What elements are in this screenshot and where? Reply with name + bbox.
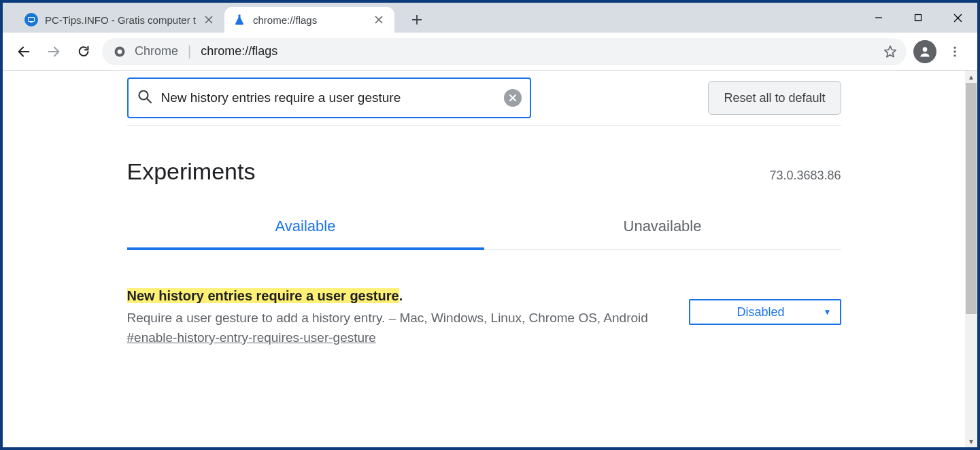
tab-unavailable[interactable]: Unavailable xyxy=(484,218,841,249)
tab-title: PC-Tips.INFO - Gratis computer t xyxy=(45,14,196,26)
search-row: Reset all to default xyxy=(127,71,841,126)
tab-available[interactable]: Available xyxy=(127,218,484,250)
svg-point-4 xyxy=(118,49,122,54)
tab-pc-tips[interactable]: PC-Tips.INFO - Gratis computer t xyxy=(16,7,224,33)
back-button[interactable] xyxy=(12,40,35,63)
flag-text: New history entries require a user gestu… xyxy=(127,288,662,345)
chrome-version: 73.0.3683.86 xyxy=(769,169,841,183)
reload-button[interactable] xyxy=(72,40,95,63)
flag-tabs: Available Unavailable xyxy=(127,218,841,250)
page: Reset all to default Experiments 73.0.36… xyxy=(3,71,965,447)
svg-point-6 xyxy=(953,46,956,48)
scrollbar-thumb[interactable] xyxy=(966,83,977,314)
chevron-down-icon: ▼ xyxy=(824,307,832,317)
tab-strip: PC-Tips.INFO - Gratis computer t chrome:… xyxy=(3,3,977,33)
toolbar: Chrome | chrome://flags xyxy=(3,33,977,71)
tab-chrome-flags[interactable]: chrome://flags xyxy=(224,7,394,33)
flag-title: New history entries require a user gestu… xyxy=(127,288,662,304)
kebab-menu-button[interactable] xyxy=(943,40,966,63)
omnibox-path: chrome://flags xyxy=(201,44,277,58)
new-tab-button[interactable] xyxy=(405,8,428,31)
minimize-button[interactable] xyxy=(859,3,898,33)
flask-icon xyxy=(233,13,246,27)
svg-rect-2 xyxy=(915,15,922,21)
flag-state-value: Disabled xyxy=(698,305,824,319)
flag-title-suffix: . xyxy=(399,288,403,303)
scroll-up-arrow[interactable]: ▲ xyxy=(965,71,977,83)
reset-all-button[interactable]: Reset all to default xyxy=(708,81,841,115)
chrome-window: PC-Tips.INFO - Gratis computer t chrome:… xyxy=(3,3,977,447)
heading-row: Experiments 73.0.3683.86 xyxy=(127,158,841,185)
chrome-page-icon xyxy=(113,45,126,58)
window-close-button[interactable] xyxy=(938,3,977,33)
svg-point-7 xyxy=(953,50,956,52)
svg-rect-1 xyxy=(30,22,33,23)
tab-title: chrome://flags xyxy=(253,14,366,26)
maximize-button[interactable] xyxy=(898,3,938,33)
bookmark-star-icon[interactable] xyxy=(881,42,900,61)
page-title: Experiments xyxy=(127,158,256,185)
address-bar[interactable]: Chrome | chrome://flags xyxy=(102,38,907,65)
svg-point-8 xyxy=(953,54,956,56)
window-controls xyxy=(859,3,977,33)
vertical-scrollbar[interactable]: ▲ ▼ xyxy=(965,71,977,447)
flag-description: Require a user gesture to add a history … xyxy=(127,309,662,328)
flag-permalink[interactable]: #enable-history-entry-requires-user-gest… xyxy=(127,330,376,345)
close-icon[interactable] xyxy=(373,14,385,26)
flags-search-input[interactable] xyxy=(161,90,496,105)
favicon-pctips-icon xyxy=(24,13,38,27)
search-icon xyxy=(137,88,153,107)
flag-item: New history entries require a user gestu… xyxy=(127,288,841,345)
scroll-down-arrow[interactable]: ▼ xyxy=(965,435,977,447)
omnibox-separator: | xyxy=(188,44,191,59)
clear-search-icon[interactable] xyxy=(504,89,522,107)
profile-avatar-button[interactable] xyxy=(913,40,936,63)
flag-state-select[interactable]: Disabled ▼ xyxy=(689,299,841,325)
page-viewport: Reset all to default Experiments 73.0.36… xyxy=(3,71,977,447)
flags-search-field[interactable] xyxy=(127,77,531,118)
omnibox-origin: Chrome xyxy=(135,44,178,58)
svg-rect-0 xyxy=(29,18,35,22)
flag-title-highlight: New history entries require a user gestu… xyxy=(127,288,399,303)
forward-button[interactable] xyxy=(42,40,65,63)
close-icon[interactable] xyxy=(203,14,215,26)
svg-point-5 xyxy=(923,47,928,52)
